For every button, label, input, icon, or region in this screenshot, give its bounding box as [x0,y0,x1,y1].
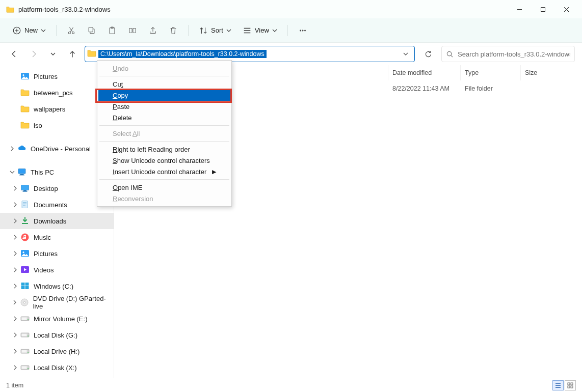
title-folder-icon [6,6,14,13]
forward-button[interactable] [27,47,41,61]
ctx-copy[interactable]: Copy [98,90,230,101]
sidebar-item-music[interactable]: Music [0,229,114,245]
svg-rect-33 [133,28,136,33]
ctx-open-ime[interactable]: Open IME [98,182,230,193]
ctx-rtl[interactable]: Right to left Reading order [98,144,230,155]
expand-icon[interactable] [10,316,20,321]
svg-point-37 [447,51,451,55]
expand-icon[interactable] [10,332,20,338]
rename-button[interactable] [124,22,141,39]
expand-icon[interactable] [10,202,20,207]
file-type: File folder [461,85,521,92]
ctx-delete[interactable]: Delete [98,112,230,123]
sidebar-item-drive-g[interactable]: Local Disk (G:) [0,327,114,343]
collapse-icon[interactable] [7,170,17,175]
sidebar-item-label: Windows (C:) [34,283,73,290]
col-size[interactable]: Size [521,65,582,80]
sidebar-item-label: This PC [31,169,54,176]
sidebar-item-label: Local Drive (H:) [34,348,80,355]
disk-icon [20,330,30,340]
sidebar-item-label: Local Disk (G:) [34,331,77,339]
address-folder-icon [87,49,96,60]
disk-icon [20,363,30,372]
sidebar-item-videos[interactable]: Videos [0,262,114,278]
sidebar-item-drive-x[interactable]: Local Disk (X:) [0,359,114,376]
sidebar-item-label: OneDrive - Personal [31,145,91,153]
col-type[interactable]: Type [461,65,521,80]
minimize-button[interactable] [508,0,531,18]
music-icon [20,233,30,242]
svg-point-27 [72,32,74,34]
search-box[interactable] [441,46,575,62]
sidebar-item-label: DVD Drive (D:) GParted-live [33,295,111,310]
ctx-show-unicode[interactable]: Show Unicode control characters [98,155,230,166]
maximize-button[interactable] [531,0,554,18]
windows-drive-icon [20,282,30,291]
details-view-button[interactable] [552,380,564,390]
new-button[interactable]: New [8,22,50,39]
svg-rect-39 [571,383,573,385]
folder-icon [20,121,30,130]
cut-button[interactable] [63,22,80,39]
paste-button[interactable] [103,22,121,39]
svg-rect-38 [568,383,570,385]
view-label: View [255,26,269,34]
sidebar-item-drive-c[interactable]: Windows (C:) [0,278,114,294]
svg-rect-29 [89,27,93,32]
sidebar-item-drive-h[interactable]: Local Drive (H:) [0,343,114,359]
documents-icon [20,200,30,209]
ctx-insert-unicode[interactable]: Insert Unicode control character▶ [98,166,230,177]
expand-icon[interactable] [10,349,20,354]
view-icon [243,26,252,35]
copy-icon [87,26,96,35]
col-date[interactable]: Date modified [388,65,461,80]
view-button[interactable]: View [239,22,281,39]
cut-icon [67,26,76,35]
expand-icon[interactable] [10,300,20,305]
sidebar-item-label: wallpapers [34,105,65,113]
recent-button[interactable] [46,47,60,61]
expand-icon[interactable] [10,218,20,223]
sidebar-item-pictures-pc[interactable]: Pictures [0,245,114,262]
expand-icon[interactable] [10,365,20,370]
more-button[interactable] [294,22,311,39]
thispc-icon [17,167,27,177]
downloads-icon [20,216,30,226]
svg-rect-30 [110,27,115,34]
address-history-dropdown[interactable] [400,47,411,61]
share-button[interactable] [144,22,162,39]
sidebar-item-label: Documents [34,201,67,209]
close-button[interactable] [554,0,578,18]
copy-button[interactable] [83,22,100,39]
sidebar-item-downloads[interactable]: Downloads [0,213,114,229]
search-input[interactable] [458,50,570,58]
sidebar-item-label: Downloads [34,217,66,225]
thumbnails-view-button[interactable] [565,380,576,390]
expand-icon[interactable] [10,284,20,289]
rename-icon [128,26,137,35]
ctx-paste[interactable]: Paste [98,101,230,112]
disk-icon [20,347,30,356]
refresh-button[interactable] [420,46,436,62]
sidebar-item-label: Local Disk (X:) [34,364,77,372]
sidebar-item-label: Mirror Volume (E:) [34,315,87,323]
new-label: New [24,26,38,34]
pictures-icon [20,72,30,81]
sidebar-item-drive-e[interactable]: Mirror Volume (E:) [0,311,114,327]
sort-label: Sort [211,26,223,34]
expand-icon[interactable] [10,267,20,272]
back-button[interactable] [7,47,21,61]
sidebar-item-drive-d[interactable]: DVD Drive (D:) GParted-live [0,294,114,311]
expand-icon[interactable] [10,235,20,240]
expand-icon[interactable] [10,251,20,256]
delete-button[interactable] [165,22,182,39]
ctx-undo: Undo [98,63,230,74]
sort-button[interactable]: Sort [195,22,235,39]
expand-icon[interactable] [7,146,17,151]
nav-row: C:\Users\m_la\Downloads\platform-tools_r… [0,43,582,65]
folder-icon [20,88,30,97]
ctx-select-all: Select All [98,128,230,139]
up-button[interactable] [65,47,80,61]
expand-icon[interactable] [10,186,20,191]
ctx-cut[interactable]: Cut [98,78,230,90]
